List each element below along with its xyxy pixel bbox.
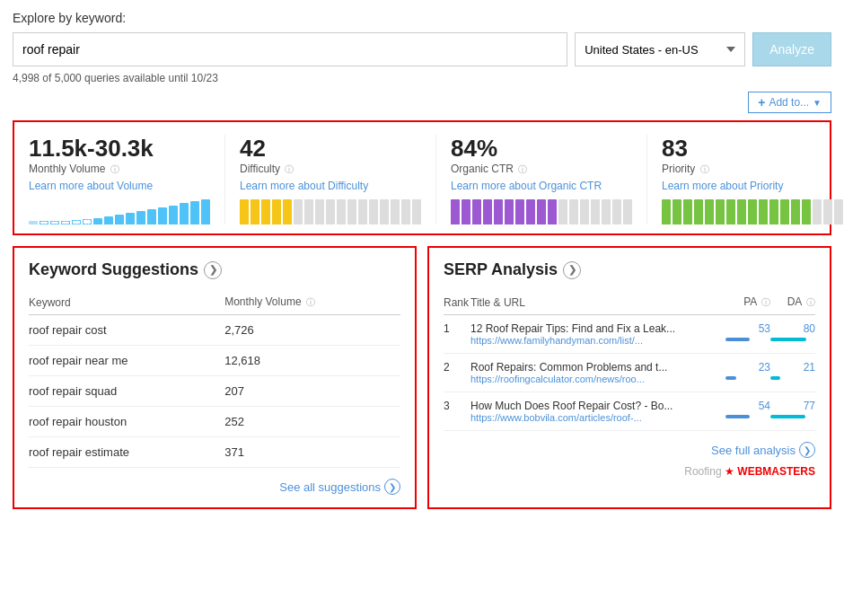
plus-icon: +: [758, 95, 765, 110]
see-all-arrow-icon: ❯: [384, 479, 400, 495]
priority-bar-chart: [662, 199, 843, 224]
priority-value: 83: [662, 135, 843, 163]
stats-box: 11.5k-30.3k Monthly Volume ⓘ Learn more …: [13, 120, 831, 235]
table-row[interactable]: 1 12 Roof Repair Tips: Find and Fix a Le…: [444, 315, 815, 354]
serp-rank-cell: 1: [444, 315, 470, 354]
kw-suggestions-title: Keyword Suggestions ❯: [29, 260, 400, 279]
ctr-info-icon[interactable]: ⓘ: [518, 164, 527, 174]
pa-info-icon[interactable]: ⓘ: [761, 297, 770, 307]
branding-star: ★: [725, 465, 734, 478]
serp-title-cell: How Much Does Roof Repair Cost? - Bo... …: [470, 392, 725, 431]
kw-col-keyword: Keyword: [29, 292, 215, 315]
kw-keyword-cell: roof repair cost: [29, 315, 215, 346]
kw-keyword-cell: roof repair squad: [29, 376, 215, 407]
see-full-arrow-icon: ❯: [799, 442, 815, 458]
kw-volume-cell: 371: [215, 437, 400, 468]
ctr-value: 84%: [451, 135, 632, 163]
difficulty-learn-more[interactable]: Learn more about Difficulty: [240, 180, 421, 192]
serp-da-cell: 21: [770, 354, 815, 392]
difficulty-label: Difficulty ⓘ: [240, 163, 421, 176]
serp-title-cell: 12 Roof Repair Tips: Find and Fix a Leak…: [470, 315, 725, 354]
serp-title-cell: Roof Repairs: Common Problems and t... h…: [470, 354, 725, 392]
serp-pa-cell: 54: [725, 392, 770, 431]
branding: Roofing ★ WEBMASTERS: [444, 465, 815, 478]
serp-rank-cell: 2: [444, 354, 470, 392]
kw-volume-cell: 207: [215, 376, 400, 407]
stat-organic-ctr: 84% Organic CTR ⓘ Learn more about Organ…: [435, 135, 646, 224]
serp-col-rank: Rank: [444, 292, 470, 315]
table-row[interactable]: roof repair squad207: [29, 376, 400, 407]
serp-col-title-url: Title & URL: [470, 292, 725, 315]
analyze-button[interactable]: Analyze: [752, 32, 831, 66]
dropdown-arrow-icon: ▼: [813, 98, 822, 108]
volume-bar-chart: [29, 199, 210, 224]
country-select[interactable]: United States - en-US: [575, 32, 745, 66]
difficulty-bar-chart: [240, 199, 421, 224]
ctr-bar-chart: [451, 199, 632, 224]
ctr-label: Organic CTR ⓘ: [451, 163, 632, 176]
volume-info-icon[interactable]: ⓘ: [110, 164, 119, 174]
kw-col-volume: Monthly Volume ⓘ: [215, 292, 400, 315]
kw-keyword-cell: roof repair near me: [29, 346, 215, 376]
keyword-suggestions-table: Keyword Monthly Volume ⓘ roof repair cos…: [29, 292, 400, 468]
serp-expand-icon[interactable]: ❯: [563, 261, 581, 279]
volume-value: 11.5k-30.3k: [29, 135, 210, 163]
serp-title: SERP Analysis ❯: [444, 260, 815, 279]
branding-roofing: Roofing: [684, 465, 721, 478]
volume-col-info-icon[interactable]: ⓘ: [306, 297, 315, 307]
add-to-button[interactable]: + Add to... ▼: [748, 92, 831, 113]
kw-keyword-cell: roof repair houston: [29, 407, 215, 437]
branding-webmasters: WEBMASTERS: [737, 465, 815, 478]
priority-learn-more[interactable]: Learn more about Priority: [662, 180, 843, 192]
table-row[interactable]: roof repair houston252: [29, 407, 400, 437]
serp-col-pa: PA ⓘ: [725, 292, 770, 315]
see-all-suggestions-link[interactable]: See all suggestions ❯: [29, 479, 400, 495]
table-row[interactable]: roof repair near me12,618: [29, 346, 400, 376]
difficulty-info-icon[interactable]: ⓘ: [285, 164, 294, 174]
serp-rank-cell: 3: [444, 392, 470, 431]
serp-col-da: DA ⓘ: [770, 292, 815, 315]
serp-pa-cell: 53: [725, 315, 770, 354]
explore-label: Explore by keyword:: [13, 11, 831, 25]
stat-priority: 83 Priority ⓘ Learn more about Priority: [646, 135, 844, 224]
table-row[interactable]: roof repair estimate371: [29, 437, 400, 468]
keyword-suggestions-panel: Keyword Suggestions ❯ Keyword Monthly Vo…: [13, 246, 417, 509]
add-to-label: Add to...: [769, 96, 809, 109]
table-row[interactable]: 2 Roof Repairs: Common Problems and t...…: [444, 354, 815, 392]
serp-analysis-table: Rank Title & URL PA ⓘ DA ⓘ 1: [444, 292, 815, 431]
difficulty-value: 42: [240, 135, 421, 163]
stat-difficulty: 42 Difficulty ⓘ Learn more about Difficu…: [224, 135, 435, 224]
ctr-learn-more[interactable]: Learn more about Organic CTR: [451, 180, 632, 192]
queries-text: 4,998 of 5,000 queries available until 1…: [13, 72, 831, 84]
priority-info-icon[interactable]: ⓘ: [700, 164, 709, 174]
kw-volume-cell: 12,618: [215, 346, 400, 376]
kw-keyword-cell: roof repair estimate: [29, 437, 215, 468]
volume-learn-more[interactable]: Learn more about Volume: [29, 180, 210, 192]
see-full-analysis-link[interactable]: See full analysis ❯: [444, 442, 815, 458]
kw-volume-cell: 252: [215, 407, 400, 437]
search-input[interactable]: [13, 32, 567, 66]
priority-label: Priority ⓘ: [662, 163, 843, 176]
serp-pa-cell: 23: [725, 354, 770, 392]
kw-suggestions-expand-icon[interactable]: ❯: [204, 261, 222, 279]
serp-da-cell: 80: [770, 315, 815, 354]
serp-analysis-panel: SERP Analysis ❯ Rank Title & URL PA ⓘ DA: [427, 246, 831, 509]
da-info-icon[interactable]: ⓘ: [806, 297, 815, 307]
serp-da-cell: 77: [770, 392, 815, 431]
table-row[interactable]: roof repair cost2,726: [29, 315, 400, 346]
kw-volume-cell: 2,726: [215, 315, 400, 346]
stat-monthly-volume: 11.5k-30.3k Monthly Volume ⓘ Learn more …: [29, 135, 224, 224]
table-row[interactable]: 3 How Much Does Roof Repair Cost? - Bo..…: [444, 392, 815, 431]
volume-label: Monthly Volume ⓘ: [29, 163, 210, 176]
